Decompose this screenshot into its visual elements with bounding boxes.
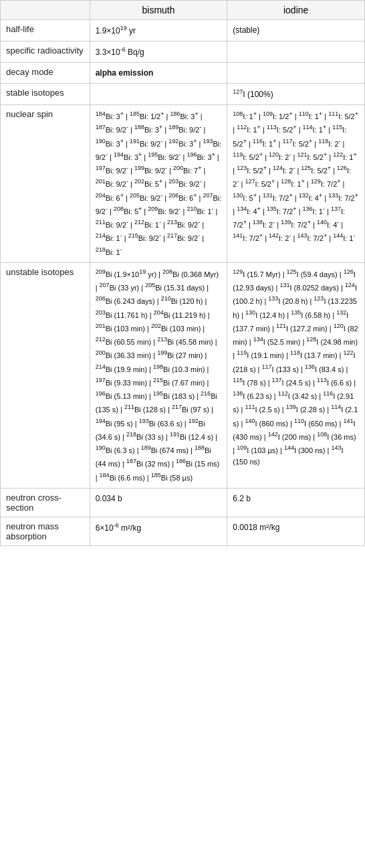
- cell-neutron-mass-iodine: 0.0018 m²/kg: [227, 517, 365, 545]
- header-label-col: [1, 1, 90, 20]
- label-half-life: half-life: [1, 20, 90, 41]
- header-bismuth: bismuth: [90, 1, 227, 20]
- header-iodine: iodine: [227, 1, 365, 20]
- row-half-life: half-life 1.9×1019 yr (stable): [1, 20, 365, 41]
- cell-half-life-bismuth: 1.9×1019 yr: [90, 20, 227, 41]
- row-decay-mode: decay mode alpha emission: [1, 63, 365, 84]
- label-specific-radioactivity: specific radioactivity: [1, 41, 90, 63]
- cell-radioactivity-iodine: [227, 41, 365, 63]
- row-nuclear-spin: nuclear spin 184Bi: 3+ | 185Bi: 1/2+ | 1…: [1, 105, 365, 263]
- cell-stable-bismuth: [90, 84, 227, 105]
- cell-neutron-cross-bismuth: 0.034 b: [90, 488, 227, 517]
- label-nuclear-spin: nuclear spin: [1, 105, 90, 263]
- row-stable-isotopes: stable isotopes 127I (100%): [1, 84, 365, 105]
- cell-decay-iodine: [227, 63, 365, 84]
- label-neutron-cross-section: neutron cross-section: [1, 488, 90, 517]
- cell-unstable-bismuth: 209Bi (1.9×1019 yr) | 208Bi (0.368 Myr) …: [90, 262, 227, 488]
- cell-neutron-cross-iodine: 6.2 b: [227, 488, 365, 517]
- label-neutron-mass-absorption: neutron mass absorption: [1, 517, 90, 545]
- row-neutron-cross-section: neutron cross-section 0.034 b 6.2 b: [1, 488, 365, 517]
- cell-decay-bismuth: alpha emission: [90, 63, 227, 84]
- row-specific-radioactivity: specific radioactivity 3.3×10-6 Bq/g: [1, 41, 365, 63]
- cell-half-life-iodine: (stable): [227, 20, 365, 41]
- row-neutron-mass-absorption: neutron mass absorption 6×10-6 m²/kg 0.0…: [1, 517, 365, 545]
- row-unstable-isotopes: unstable isotopes 209Bi (1.9×1019 yr) | …: [1, 262, 365, 488]
- label-decay-mode: decay mode: [1, 63, 90, 84]
- cell-nuclear-spin-bismuth: 184Bi: 3+ | 185Bi: 1/2+ | 186Bi: 3+ | 18…: [90, 105, 227, 263]
- cell-radioactivity-bismuth: 3.3×10-6 Bq/g: [90, 41, 227, 63]
- cell-stable-iodine: 127I (100%): [227, 84, 365, 105]
- cell-unstable-iodine: 129I (15.7 Myr) | 125I (59.4 days) | 126…: [227, 262, 365, 488]
- cell-neutron-mass-bismuth: 6×10-6 m²/kg: [90, 517, 227, 545]
- label-unstable-isotopes: unstable isotopes: [1, 262, 90, 488]
- label-stable-isotopes: stable isotopes: [1, 84, 90, 105]
- cell-nuclear-spin-iodine: 108I: 1+ | 109I: 1/2+ | 110I: 1+ | 111I:…: [227, 105, 365, 263]
